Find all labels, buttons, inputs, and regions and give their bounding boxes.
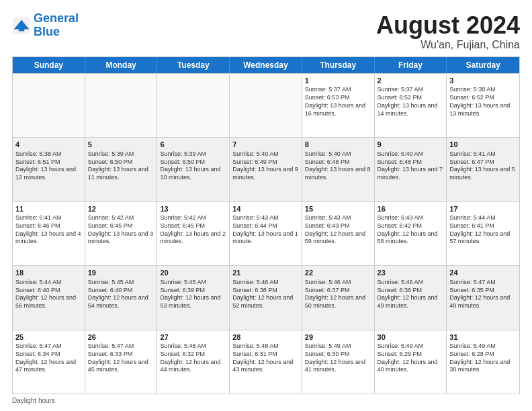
day-number: 31	[449, 332, 517, 342]
day-number: 25	[15, 332, 82, 342]
calendar-cell: 6Sunrise: 5:39 AM Sunset: 6:50 PM Daylig…	[157, 138, 230, 201]
header-sunday: Sunday	[13, 57, 85, 73]
day-number: 28	[232, 332, 299, 342]
cell-info: Sunrise: 5:41 AM Sunset: 6:46 PM Dayligh…	[15, 214, 82, 246]
header-thursday: Thursday	[302, 57, 375, 73]
day-number: 17	[449, 204, 517, 214]
day-number: 15	[305, 204, 371, 214]
calendar-week-5: 25Sunrise: 5:47 AM Sunset: 6:34 PM Dayli…	[13, 330, 519, 394]
cell-info: Sunrise: 5:47 AM Sunset: 6:33 PM Dayligh…	[88, 342, 154, 374]
day-number: 16	[378, 204, 444, 214]
calendar-cell: 7Sunrise: 5:40 AM Sunset: 6:49 PM Daylig…	[230, 138, 302, 201]
logo-text: General Blue	[34, 12, 79, 39]
day-number: 18	[15, 268, 82, 278]
day-number: 5	[88, 140, 154, 150]
calendar-cell: 4Sunrise: 5:38 AM Sunset: 6:51 PM Daylig…	[13, 138, 85, 201]
calendar-cell: 16Sunrise: 5:43 AM Sunset: 6:42 PM Dayli…	[375, 202, 447, 265]
day-number: 26	[88, 332, 154, 342]
day-number: 14	[232, 204, 299, 214]
cell-info: Sunrise: 5:46 AM Sunset: 6:37 PM Dayligh…	[305, 279, 371, 310]
calendar-cell: 26Sunrise: 5:47 AM Sunset: 6:33 PM Dayli…	[85, 330, 158, 394]
calendar-cell: 17Sunrise: 5:44 AM Sunset: 6:41 PM Dayli…	[447, 202, 519, 265]
calendar-cell: 19Sunrise: 5:45 AM Sunset: 6:40 PM Dayli…	[85, 266, 158, 329]
cell-info: Sunrise: 5:40 AM Sunset: 6:49 PM Dayligh…	[232, 150, 299, 182]
cell-info: Sunrise: 5:49 AM Sunset: 6:30 PM Dayligh…	[305, 342, 371, 374]
calendar-cell: 27Sunrise: 5:48 AM Sunset: 6:32 PM Dayli…	[157, 330, 230, 394]
calendar-cell: 10Sunrise: 5:41 AM Sunset: 6:47 PM Dayli…	[447, 138, 519, 201]
day-number: 10	[449, 140, 517, 150]
day-number: 7	[232, 140, 299, 150]
logo-line2: Blue	[34, 25, 60, 38]
day-number: 20	[160, 268, 226, 278]
footer-label: Daylight hours	[12, 397, 55, 404]
calendar-cell: 18Sunrise: 5:44 AM Sunset: 6:40 PM Dayli…	[13, 266, 85, 329]
day-number: 3	[449, 76, 517, 86]
day-number: 21	[232, 268, 299, 278]
svg-rect-2	[19, 26, 24, 31]
cell-info: Sunrise: 5:47 AM Sunset: 6:34 PM Dayligh…	[15, 342, 82, 374]
page: General Blue August 2024 Wu'an, Fujian, …	[0, 0, 532, 411]
calendar-week-1: 1Sunrise: 5:37 AM Sunset: 6:53 PM Daylig…	[13, 73, 519, 137]
cell-info: Sunrise: 5:43 AM Sunset: 6:44 PM Dayligh…	[232, 214, 299, 246]
calendar-cell: 14Sunrise: 5:43 AM Sunset: 6:44 PM Dayli…	[230, 202, 302, 265]
calendar-cell	[85, 74, 158, 137]
calendar-week-2: 4Sunrise: 5:38 AM Sunset: 6:51 PM Daylig…	[13, 137, 519, 201]
calendar-cell: 25Sunrise: 5:47 AM Sunset: 6:34 PM Dayli…	[13, 330, 85, 394]
cell-info: Sunrise: 5:46 AM Sunset: 6:36 PM Dayligh…	[378, 279, 444, 310]
calendar-cell: 2Sunrise: 5:37 AM Sunset: 6:52 PM Daylig…	[375, 74, 447, 137]
logo: General Blue	[12, 12, 79, 39]
cell-info: Sunrise: 5:37 AM Sunset: 6:52 PM Dayligh…	[378, 86, 444, 118]
calendar-header: Sunday Monday Tuesday Wednesday Thursday…	[13, 57, 519, 73]
cell-info: Sunrise: 5:48 AM Sunset: 6:31 PM Dayligh…	[232, 342, 299, 374]
cell-info: Sunrise: 5:44 AM Sunset: 6:40 PM Dayligh…	[15, 279, 82, 310]
day-number: 9	[378, 140, 444, 150]
calendar-cell	[157, 74, 230, 137]
calendar-cell: 24Sunrise: 5:47 AM Sunset: 6:35 PM Dayli…	[447, 266, 519, 329]
cell-info: Sunrise: 5:45 AM Sunset: 6:40 PM Dayligh…	[88, 279, 154, 310]
header-saturday: Saturday	[447, 57, 519, 73]
cell-info: Sunrise: 5:49 AM Sunset: 6:29 PM Dayligh…	[378, 342, 444, 374]
calendar-cell: 23Sunrise: 5:46 AM Sunset: 6:36 PM Dayli…	[375, 266, 447, 329]
calendar-cell: 12Sunrise: 5:42 AM Sunset: 6:45 PM Dayli…	[85, 202, 158, 265]
day-number: 12	[88, 204, 154, 214]
day-number: 27	[160, 332, 226, 342]
day-number: 1	[305, 76, 371, 86]
calendar-cell: 21Sunrise: 5:46 AM Sunset: 6:38 PM Dayli…	[230, 266, 302, 329]
cell-info: Sunrise: 5:40 AM Sunset: 6:48 PM Dayligh…	[305, 150, 371, 182]
calendar-cell: 3Sunrise: 5:38 AM Sunset: 6:52 PM Daylig…	[447, 74, 519, 137]
cell-info: Sunrise: 5:42 AM Sunset: 6:45 PM Dayligh…	[160, 214, 226, 246]
cell-info: Sunrise: 5:49 AM Sunset: 6:28 PM Dayligh…	[449, 342, 517, 374]
cell-info: Sunrise: 5:38 AM Sunset: 6:52 PM Dayligh…	[449, 86, 517, 118]
cell-info: Sunrise: 5:41 AM Sunset: 6:47 PM Dayligh…	[449, 150, 517, 182]
header-tuesday: Tuesday	[157, 57, 230, 73]
calendar-cell: 13Sunrise: 5:42 AM Sunset: 6:45 PM Dayli…	[157, 202, 230, 265]
title-block: August 2024 Wu'an, Fujian, China	[376, 12, 520, 51]
day-number: 11	[15, 204, 82, 214]
calendar-cell: 8Sunrise: 5:40 AM Sunset: 6:48 PM Daylig…	[302, 138, 375, 201]
day-number: 8	[305, 140, 371, 150]
logo-line1: General	[34, 11, 79, 25]
header-friday: Friday	[375, 57, 447, 73]
calendar-cell: 28Sunrise: 5:48 AM Sunset: 6:31 PM Dayli…	[230, 330, 302, 394]
cell-info: Sunrise: 5:45 AM Sunset: 6:39 PM Dayligh…	[160, 279, 226, 310]
day-number: 29	[305, 332, 371, 342]
day-number: 4	[15, 140, 82, 150]
calendar-cell: 22Sunrise: 5:46 AM Sunset: 6:37 PM Dayli…	[302, 266, 375, 329]
cell-info: Sunrise: 5:46 AM Sunset: 6:38 PM Dayligh…	[232, 279, 299, 310]
day-number: 22	[305, 268, 371, 278]
calendar-week-3: 11Sunrise: 5:41 AM Sunset: 6:46 PM Dayli…	[13, 201, 519, 265]
cell-info: Sunrise: 5:48 AM Sunset: 6:32 PM Dayligh…	[160, 342, 226, 374]
calendar-cell: 29Sunrise: 5:49 AM Sunset: 6:30 PM Dayli…	[302, 330, 375, 394]
header: General Blue August 2024 Wu'an, Fujian, …	[12, 12, 520, 51]
title-month: August 2024	[376, 12, 520, 39]
cell-info: Sunrise: 5:43 AM Sunset: 6:42 PM Dayligh…	[378, 214, 444, 246]
calendar: Sunday Monday Tuesday Wednesday Thursday…	[12, 56, 520, 394]
calendar-cell: 9Sunrise: 5:40 AM Sunset: 6:48 PM Daylig…	[375, 138, 447, 201]
day-number: 19	[88, 268, 154, 278]
calendar-week-4: 18Sunrise: 5:44 AM Sunset: 6:40 PM Dayli…	[13, 265, 519, 329]
day-number: 13	[160, 204, 226, 214]
cell-info: Sunrise: 5:39 AM Sunset: 6:50 PM Dayligh…	[160, 150, 226, 182]
calendar-cell: 1Sunrise: 5:37 AM Sunset: 6:53 PM Daylig…	[302, 74, 375, 137]
calendar-cell: 5Sunrise: 5:39 AM Sunset: 6:50 PM Daylig…	[85, 138, 158, 201]
title-location: Wu'an, Fujian, China	[376, 39, 520, 51]
